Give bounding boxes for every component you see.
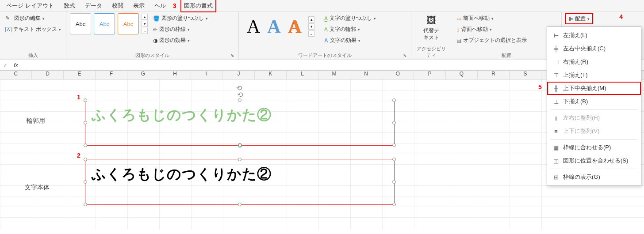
resize-handle[interactable] xyxy=(84,98,87,102)
tab-page-layout[interactable]: ページ レイアウト xyxy=(4,0,57,11)
tab-data[interactable]: データ xyxy=(82,0,105,11)
align-center-h-icon: ╪ xyxy=(552,45,560,52)
bring-front-button[interactable]: ▭ 前面へ移動 ▾ xyxy=(455,13,529,23)
text-fill-icon: A̲ xyxy=(324,15,328,22)
shape-style-preset-2[interactable]: Abc xyxy=(94,13,115,34)
tab-view[interactable]: 表示 xyxy=(130,0,147,11)
fx-cancel-icon[interactable]: ✓ xyxy=(0,62,11,68)
align-icon: ⊫ xyxy=(569,16,573,22)
resize-handle[interactable] xyxy=(392,158,396,161)
align-bottom-item[interactable]: ⊥下揃え(B) xyxy=(547,95,641,108)
text-outline-icon: A xyxy=(324,26,328,33)
column-header[interactable]: M xyxy=(318,71,350,79)
text-outline-label: 文字の輪郭 xyxy=(330,26,356,33)
edit-shape-button[interactable]: ✎ 図形の編集 ▾ xyxy=(4,13,63,23)
view-gridlines-item[interactable]: ⊞枠線の表示(G) xyxy=(547,170,641,184)
resize-handle[interactable] xyxy=(84,180,87,184)
resize-handle[interactable] xyxy=(392,203,396,206)
text-effects-button[interactable]: A 文字の効果 ▾ xyxy=(322,35,378,45)
gallery-down-icon[interactable]: ▾ xyxy=(142,21,148,27)
send-back-button[interactable]: ▯ 背面へ移動 ▾ xyxy=(455,24,529,34)
gallery-up-icon[interactable]: ▴ xyxy=(142,14,148,20)
bring-front-icon: ▭ xyxy=(456,15,461,22)
column-header[interactable]: P xyxy=(414,71,446,79)
resize-handle[interactable] xyxy=(84,143,87,147)
effects-icon: ◑ xyxy=(153,38,157,44)
selected-shape-body-text[interactable]: ふくろもじのつくりかた② xyxy=(85,159,395,205)
text-outline-button[interactable]: A 文字の輪郭 ▾ xyxy=(322,24,378,34)
align-bottom-icon: ⊥ xyxy=(552,98,560,105)
column-header[interactable]: I xyxy=(191,71,223,79)
column-header[interactable]: Q xyxy=(446,71,478,79)
column-header[interactable]: L xyxy=(287,71,318,79)
column-header[interactable]: F xyxy=(96,71,127,79)
column-header[interactable]: H xyxy=(159,71,191,79)
dialog-launcher-icon[interactable]: ⬊ xyxy=(403,53,406,58)
send-back-icon: ▯ xyxy=(456,26,460,33)
selected-shape-outline-text[interactable]: ⟲ ふくろもじのつくりかた② xyxy=(85,100,395,146)
resize-handle[interactable] xyxy=(392,143,396,147)
wordart-preset-3[interactable]: A xyxy=(288,16,301,37)
tab-review[interactable]: 校閲 xyxy=(109,0,126,11)
text-box-label: テキスト ボックス xyxy=(13,26,57,33)
column-header[interactable]: N xyxy=(350,71,382,79)
rotate-handle-icon-mid[interactable]: ⟲ xyxy=(236,141,242,150)
align-middle-v-item[interactable]: ╫上下中央揃え(M) xyxy=(547,82,641,95)
align-top-item[interactable]: ⊤上揃え(T) xyxy=(547,68,641,82)
align-center-h-item[interactable]: ╪左右中央揃え(C) xyxy=(547,42,641,55)
resize-handle[interactable] xyxy=(84,121,87,125)
shape-style-preset-3[interactable]: Abc xyxy=(118,13,139,34)
shape-effects-button[interactable]: ◑ 図形の効果 ▾ xyxy=(151,35,210,45)
resize-handle[interactable] xyxy=(392,180,396,184)
selection-pane-button[interactable]: ▤ オブジェクトの選択と表示 xyxy=(455,35,529,45)
tab-formula[interactable]: 数式 xyxy=(61,0,78,11)
column-header[interactable]: G xyxy=(127,71,159,79)
align-right-item[interactable]: ⊣右揃え(R) xyxy=(547,55,641,68)
snap-shape-label: 図形に位置を合わせる(S) xyxy=(563,157,628,165)
gallery-more-icon[interactable]: ⌄ xyxy=(142,28,148,34)
column-header[interactable]: O xyxy=(382,71,414,79)
shape-outline-label: 図形の枠線 xyxy=(159,26,186,33)
chevron-down-icon: ▾ xyxy=(587,17,590,21)
wordart-preset-1[interactable]: A xyxy=(247,16,260,37)
resize-handle[interactable] xyxy=(238,98,242,102)
fx-icon[interactable]: fx xyxy=(11,62,21,68)
gallery-more-icon[interactable]: ⌄ xyxy=(308,30,314,37)
shape-fill-button[interactable]: 🪣 図形の塗りつぶし ▾ xyxy=(151,13,210,23)
text-fill-button[interactable]: A̲ 文字の塗りつぶし ▾ xyxy=(322,13,378,23)
pen-icon: ✏ xyxy=(153,26,157,33)
text-effects-icon: A xyxy=(324,38,328,44)
column-header[interactable]: C xyxy=(0,71,32,79)
wordart-preset-2[interactable]: A xyxy=(267,16,280,37)
column-header[interactable]: R xyxy=(478,71,510,79)
align-left-item[interactable]: ⊢左揃え(L) xyxy=(547,29,641,42)
gallery-down-icon[interactable]: ▾ xyxy=(308,23,314,30)
shape-outline-button[interactable]: ✏ 図形の枠線 ▾ xyxy=(151,24,210,34)
snap-shape-item[interactable]: ◫図形に位置を合わせる(S) xyxy=(547,154,641,167)
selection-pane-label: オブジェクトの選択と表示 xyxy=(463,37,527,44)
alt-text-button[interactable]: 🖼 代替テ キスト xyxy=(419,13,443,43)
snap-grid-item[interactable]: ▦枠線に合わせる(P) xyxy=(547,141,641,154)
resize-handle[interactable] xyxy=(84,158,87,161)
tab-help[interactable]: ヘル xyxy=(152,0,169,11)
text-box-button[interactable]: A テキスト ボックス ▾ xyxy=(4,24,63,34)
resize-handle[interactable] xyxy=(84,203,87,206)
resize-handle[interactable] xyxy=(238,158,242,161)
column-header[interactable]: E xyxy=(64,71,96,79)
dialog-launcher-icon[interactable]: ⬊ xyxy=(230,53,234,58)
resize-handle[interactable] xyxy=(238,203,242,206)
resize-handle[interactable] xyxy=(392,121,396,125)
column-header[interactable]: J xyxy=(223,71,255,79)
resize-handle[interactable] xyxy=(392,98,396,102)
column-header[interactable]: S xyxy=(510,71,541,79)
shape-style-preset-1[interactable]: Abc xyxy=(70,13,91,34)
gallery-up-icon[interactable]: ▴ xyxy=(308,16,314,23)
chevron-down-icon: ▾ xyxy=(491,16,494,21)
group-label-accessibility: アクセシビリティ xyxy=(415,45,447,59)
rotate-handle-icon-top[interactable]: ⟲ xyxy=(236,84,242,92)
column-header[interactable]: D xyxy=(32,71,64,79)
tab-shape-format[interactable]: 図形の書式 xyxy=(180,0,216,12)
column-header[interactable]: K xyxy=(255,71,287,79)
alt-text-icon: 🖼 xyxy=(426,15,436,26)
align-menu-button[interactable]: ⊫ 配置 ▾ xyxy=(565,13,593,24)
